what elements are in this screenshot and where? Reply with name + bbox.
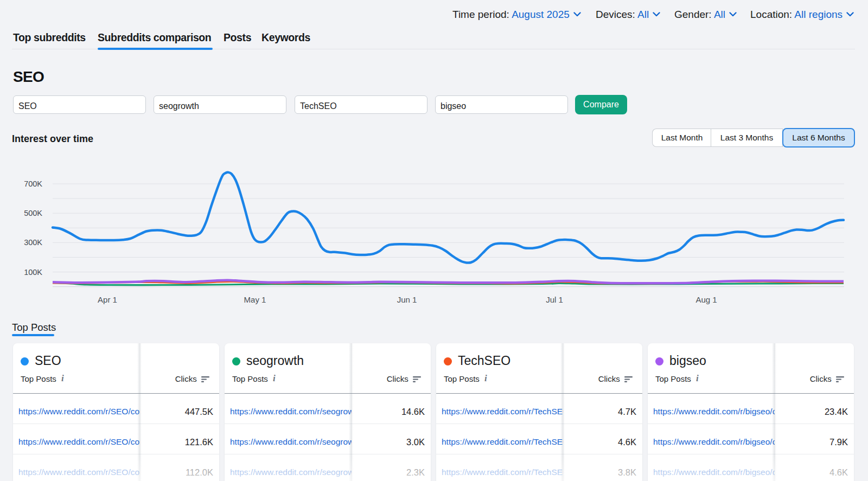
svg-text:Jun 1: Jun 1 (397, 295, 417, 304)
svg-text:May 1: May 1 (244, 295, 266, 304)
svg-text:Aug 1: Aug 1 (695, 295, 717, 304)
svg-text:Jul 1: Jul 1 (546, 295, 563, 304)
svg-text:500K: 500K (24, 209, 42, 217)
svg-text:Apr 1: Apr 1 (98, 295, 117, 304)
svg-text:700K: 700K (24, 179, 42, 188)
svg-text:300K: 300K (24, 238, 42, 247)
svg-text:100K: 100K (24, 268, 42, 277)
